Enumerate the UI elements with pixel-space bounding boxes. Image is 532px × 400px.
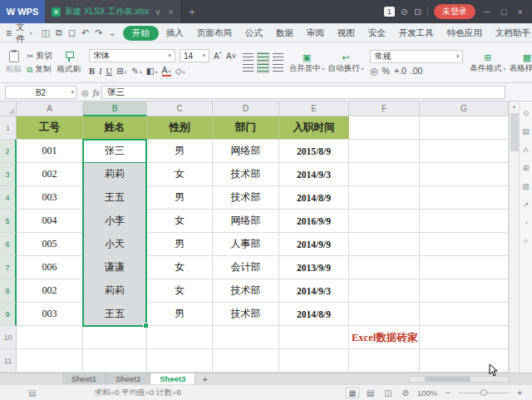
increase-decimal-icon[interactable]: +.0	[394, 66, 406, 76]
cell-C1[interactable]: 性别	[147, 116, 213, 140]
vertical-scrollbar-thumb[interactable]	[510, 113, 519, 151]
row-header-1[interactable]: 1	[0, 116, 17, 140]
cell-F11[interactable]	[349, 349, 420, 373]
cell-B5[interactable]: 小李	[83, 210, 147, 233]
cell-F8[interactable]	[349, 279, 420, 303]
notifications-muted-icon[interactable]: ⊘	[401, 7, 408, 17]
zoom-slider-knob[interactable]	[480, 389, 487, 396]
zoom-level[interactable]: 100%	[417, 388, 437, 398]
align-top-icon[interactable]	[243, 53, 254, 62]
menu-tab-1[interactable]: 插入	[160, 26, 190, 41]
cell-F5[interactable]	[349, 210, 420, 233]
align-middle-icon[interactable]	[258, 53, 268, 62]
menu-tab-9[interactable]: 特色应用	[441, 26, 488, 41]
normal-view-icon[interactable]: ▦	[347, 388, 357, 398]
fill-handle[interactable]	[143, 323, 149, 328]
row-header-4[interactable]: 4	[0, 186, 17, 210]
cell-A2[interactable]: 001	[17, 140, 83, 163]
cell-F4[interactable]	[349, 186, 420, 210]
paste-button[interactable]: 粘贴	[4, 51, 23, 75]
horizontal-scrollbar-thumb[interactable]	[425, 377, 470, 382]
fill-color-icon[interactable]: ◧	[146, 66, 158, 76]
cell-D11[interactable]	[213, 349, 279, 373]
align-right-icon[interactable]	[273, 64, 283, 72]
zoom-out-icon[interactable]: −	[444, 388, 452, 398]
italic-icon[interactable]: I	[99, 67, 102, 76]
scroll-up-icon[interactable]: ▲	[510, 101, 519, 109]
cell-C4[interactable]: 男	[147, 186, 213, 210]
cell-A1[interactable]: 工号	[17, 116, 83, 140]
row-header-7[interactable]: 7	[0, 256, 17, 279]
new-tab-button[interactable]: +	[182, 6, 202, 18]
save-icon[interactable]: ◫	[42, 27, 50, 38]
right-panel-icon-8[interactable]: ○	[524, 238, 528, 245]
column-header-D[interactable]: D	[213, 101, 279, 116]
maximize-button[interactable]: □	[499, 7, 510, 17]
cell-B7[interactable]: 谦谦	[83, 256, 147, 279]
column-header-B[interactable]: B	[83, 101, 147, 116]
cell-E10[interactable]	[279, 326, 349, 349]
right-panel-icon-1[interactable]: ⊙	[523, 110, 530, 117]
cell-E1[interactable]: 入职时间	[279, 116, 349, 140]
hamburger-icon[interactable]: ≡	[3, 27, 14, 39]
cell-G11[interactable]	[420, 349, 509, 373]
page-layout-view-icon[interactable]: ▤	[365, 388, 376, 398]
page-break-view-icon[interactable]: ◫	[382, 388, 393, 398]
cell-A11[interactable]	[17, 349, 83, 373]
zoom-slider[interactable]	[459, 393, 509, 393]
cell-B3[interactable]: 莉莉	[83, 163, 147, 186]
cell-A6[interactable]: 005	[17, 233, 83, 256]
cell-C9[interactable]: 男	[147, 303, 213, 326]
menu-tab-3[interactable]: 公式	[239, 26, 268, 41]
cell-C7[interactable]: 女	[147, 256, 213, 279]
cell-D4[interactable]: 技术部	[213, 186, 279, 210]
column-header-C[interactable]: C	[147, 101, 213, 116]
cell-A5[interactable]: 004	[17, 210, 83, 233]
cell-E11[interactable]	[279, 349, 349, 373]
print-preview-icon[interactable]: ◻	[68, 27, 76, 38]
cell-C8[interactable]: 女	[147, 279, 213, 303]
merge-center-button[interactable]: ▣ 合并居中	[288, 52, 324, 74]
row-header-11[interactable]: 11	[0, 349, 17, 373]
menu-tab-2[interactable]: 页面布局	[191, 26, 238, 41]
font-name-select[interactable]: 宋体 ▾	[89, 49, 175, 62]
cell-D10[interactable]	[213, 326, 279, 349]
redo-icon[interactable]: ↷	[95, 27, 102, 38]
underline-icon[interactable]: U	[106, 67, 112, 76]
bold-icon[interactable]: B	[89, 67, 95, 76]
sheet-tab-sheet1[interactable]: Sheet1	[62, 373, 106, 384]
wps-logo[interactable]: W WPS	[0, 0, 45, 23]
undo-icon[interactable]: ↶	[81, 27, 89, 38]
tab-menu-icon[interactable]: ∨	[153, 7, 162, 17]
cell-D3[interactable]: 技术部	[213, 163, 279, 186]
horizontal-scrollbar[interactable]	[409, 376, 509, 383]
minimize-button[interactable]: ─	[481, 7, 493, 17]
cell-C6[interactable]: 男	[147, 233, 213, 256]
cell-E2[interactable]: 2015/8/9	[279, 140, 349, 163]
font-size-select[interactable]: 14 ▾	[180, 49, 209, 62]
right-panel-icon-5[interactable]: ▥	[522, 183, 530, 190]
right-panel-icon-4[interactable]: ⊞	[523, 165, 530, 172]
insert-function-icon[interactable]: fx	[93, 87, 100, 97]
cell-B10[interactable]	[83, 326, 147, 349]
percent-format-icon[interactable]: %	[382, 66, 390, 76]
right-panel-icon-2[interactable]: ▤	[522, 128, 530, 136]
right-panel-icon-6[interactable]: ↗	[523, 201, 530, 209]
copy-button[interactable]: ⧉ 复制	[27, 64, 52, 75]
menu-tab-6[interactable]: 视图	[332, 26, 361, 41]
cell-G10[interactable]	[420, 326, 509, 349]
format-painter-button[interactable]: 格式刷	[55, 52, 82, 75]
cell-E8[interactable]: 2014/9/3	[279, 279, 349, 303]
cell-B11[interactable]	[83, 349, 147, 373]
align-center-icon[interactable]	[258, 64, 268, 72]
print-icon[interactable]: ⧉	[56, 27, 62, 38]
cell-D6[interactable]: 人事部	[213, 233, 279, 256]
cell-D9[interactable]: 技术部	[213, 303, 279, 326]
row-header-9[interactable]: 9	[0, 303, 17, 326]
cell-A4[interactable]: 003	[17, 186, 83, 210]
login-button[interactable]: 未登录	[434, 4, 475, 19]
cut-button[interactable]: ✂ 剪切	[27, 51, 52, 62]
add-sheet-button[interactable]: +	[195, 373, 214, 384]
cell-A10[interactable]	[17, 326, 83, 349]
more-commands-icon[interactable]: ⌄	[108, 27, 116, 38]
